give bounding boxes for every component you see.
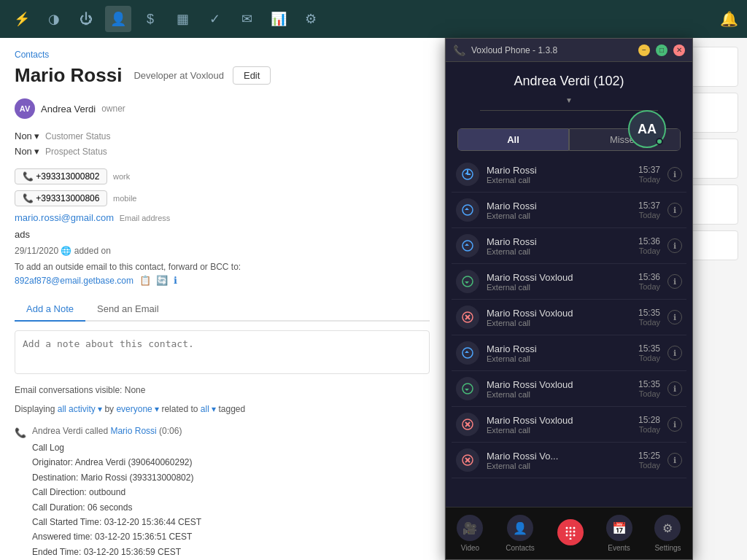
call-name: Mario Rossi Voxloud — [487, 272, 631, 283]
call-item[interactable]: Mario Rossi Vo... External call 15:25 To… — [452, 443, 686, 478]
call-time-area: 15:35 Today — [638, 379, 660, 398]
prospect-status-value[interactable]: Non ▾ — [15, 146, 39, 157]
bcc-email[interactable]: 892af878@email.getbase.com — [15, 276, 133, 286]
svg-point-19 — [569, 530, 571, 532]
nav-calendar[interactable]: ▦ — [169, 6, 196, 32]
customer-status-value[interactable]: Non ▾ — [15, 131, 39, 141]
dropdown-arrow[interactable]: ▼ — [514, 96, 624, 104]
call-item[interactable]: Mario Rossi Voxloud External call 15:35 … — [452, 300, 686, 335]
top-navigation: ⚡ ◑ ⏻ 👤 $ ▦ ✓ ✉ 📊 ⚙ 🔔 — [0, 0, 747, 38]
nav-settings-top[interactable]: ⚙ — [298, 6, 324, 32]
phone-mobile-button[interactable]: 📞 +393313000806 — [15, 190, 107, 206]
nav-reports[interactable]: 📊 — [266, 6, 292, 32]
call-info-button[interactable]: ℹ — [667, 238, 682, 253]
events-button[interactable]: 📅 Events — [606, 515, 632, 552]
contact-header: Mario Rossi Developer at Voxloud Edit — [15, 64, 430, 87]
activity-filter[interactable]: all activity ▾ — [58, 404, 102, 414]
phone-work-item: 📞 +393313000802 work — [15, 168, 430, 184]
call-name: Mario Rossi Voxloud — [487, 379, 631, 390]
call-time: 15:36 — [638, 236, 660, 246]
call-icon-wrap — [456, 270, 479, 293]
phone-bottom-bar: 🎥 Video 👤 Contacts 📅 — [446, 507, 692, 559]
call-item[interactable]: Mario Rossi Voxloud External call 15:36 … — [452, 264, 686, 300]
email-label: Email address — [120, 214, 171, 222]
edit-button[interactable]: Edit — [233, 66, 271, 85]
call-details: Mario Rossi External call — [487, 343, 631, 363]
date-added: 29/11/2020 🌐 added on — [15, 246, 430, 256]
call-details: Mario Rossi Voxloud External call — [487, 415, 631, 435]
tab-add-note[interactable]: Add a Note — [15, 298, 85, 322]
call-info-button[interactable]: ℹ — [667, 203, 682, 217]
nav-inbox[interactable]: ✉ — [233, 6, 260, 32]
nav-logo[interactable]: ⚡ — [9, 6, 35, 32]
call-type: External call — [487, 354, 631, 363]
call-type: External call — [487, 462, 631, 470]
call-info-button[interactable]: ℹ — [667, 381, 682, 396]
call-time-area: 15:35 Today — [638, 308, 660, 327]
call-item[interactable]: Mario Rossi External call 15:35 Today ℹ — [452, 335, 686, 371]
call-icon-wrap — [456, 448, 479, 472]
call-item[interactable]: Mario Rossi Voxloud External call 15:28 … — [452, 407, 686, 443]
call-info-button[interactable]: ℹ — [667, 417, 682, 432]
contacts-button[interactable]: 👤 Contacts — [506, 515, 534, 552]
call-item[interactable]: Mario Rossi External call 15:37 Today ℹ — [452, 157, 686, 192]
breadcrumb[interactable]: Contacts — [15, 50, 430, 60]
bcc-help-icon[interactable]: ℹ — [174, 275, 177, 286]
phone-minimize-button[interactable]: − — [638, 44, 650, 56]
bcc-refresh-icon[interactable]: 🔄 — [156, 275, 168, 286]
call-icon-wrap — [456, 234, 479, 257]
call-date: Today — [638, 175, 660, 184]
tab-send-email[interactable]: Send an Email — [85, 298, 171, 322]
email-link[interactable]: mario.rossi@gmail.com — [15, 212, 114, 223]
bcc-copy-icon[interactable]: 📋 — [139, 275, 151, 286]
call-info-button[interactable]: ℹ — [667, 274, 682, 289]
call-info-button[interactable]: ℹ — [667, 310, 682, 324]
main-content: Contacts Mario Rossi Developer at Voxlou… — [0, 38, 747, 560]
phone-mobile-item: 📞 +393313000806 mobile — [15, 190, 430, 206]
call-info-button[interactable]: ℹ — [667, 346, 682, 360]
phone-work-button[interactable]: 📞 +393313000802 — [15, 168, 107, 184]
nav-billing[interactable]: $ — [137, 6, 163, 32]
phone-mobile-label: mobile — [113, 194, 136, 203]
person-filter[interactable]: everyone ▾ — [116, 404, 159, 414]
nav-activity[interactable]: ⏻ — [73, 6, 99, 32]
call-details: Mario Rossi Voxloud External call — [487, 272, 631, 292]
nav-contacts[interactable]: 👤 — [105, 6, 131, 32]
call-time-area: 15:36 Today — [638, 272, 660, 291]
svg-point-15 — [565, 526, 568, 529]
owner-role: owner — [101, 104, 125, 114]
call-item[interactable]: Mario Rossi External call 15:37 Today ℹ — [452, 192, 686, 228]
call-details: Mario Rossi External call — [487, 201, 631, 220]
call-icon-wrap — [456, 306, 479, 329]
settings-button[interactable]: ⚙ Settings — [654, 515, 681, 552]
call-item[interactable]: Mario Rossi External call 15:36 Today ℹ — [452, 228, 686, 264]
call-time: 15:37 — [638, 201, 660, 211]
activity-contact-link-1[interactable]: Mario Rossi — [110, 426, 156, 436]
nav-tasks[interactable]: ✓ — [201, 6, 228, 32]
phone-close-button[interactable]: ✕ — [673, 44, 685, 56]
call-info-button[interactable]: ℹ — [667, 453, 682, 467]
date-added-value: 29/11/2020 — [15, 246, 58, 256]
dialpad-icon — [557, 519, 584, 545]
bcc-info: To add an outside email to this contact,… — [15, 262, 430, 272]
activity-tabs: Add a Note Send an Email — [15, 298, 430, 322]
call-name: Mario Rossi Voxloud — [487, 308, 631, 319]
phone-titlebar: 📞 Voxloud Phone - 1.3.8 − □ ✕ — [446, 39, 692, 62]
date-added-icon: 🌐 — [61, 246, 71, 256]
nav-dashboard[interactable]: ◑ — [41, 6, 67, 32]
call-info-button[interactable]: ℹ — [667, 167, 682, 182]
tab-all[interactable]: All — [457, 128, 569, 151]
call-icon-wrap — [456, 198, 479, 222]
related-filter[interactable]: all ▾ — [201, 404, 216, 414]
call-item[interactable]: Mario Rossi Voxloud External call 15:35 … — [452, 371, 686, 407]
note-textarea[interactable] — [15, 330, 430, 374]
video-button[interactable]: 🎥 Video — [457, 515, 483, 552]
call-time-area: 15:37 Today — [638, 165, 660, 184]
notification-bell[interactable]: 🔔 — [720, 10, 738, 28]
dialpad-button[interactable] — [557, 519, 584, 548]
contact-detail-panel: Contacts Mario Rossi Developer at Voxlou… — [0, 38, 445, 560]
call-type: External call — [487, 283, 631, 292]
phone-maximize-button[interactable]: □ — [656, 44, 667, 56]
email-item: mario.rossi@gmail.com Email address — [15, 212, 430, 223]
activity-item: 📞 Andrea Verdi called Mario Rossi (0:06)… — [15, 426, 430, 560]
